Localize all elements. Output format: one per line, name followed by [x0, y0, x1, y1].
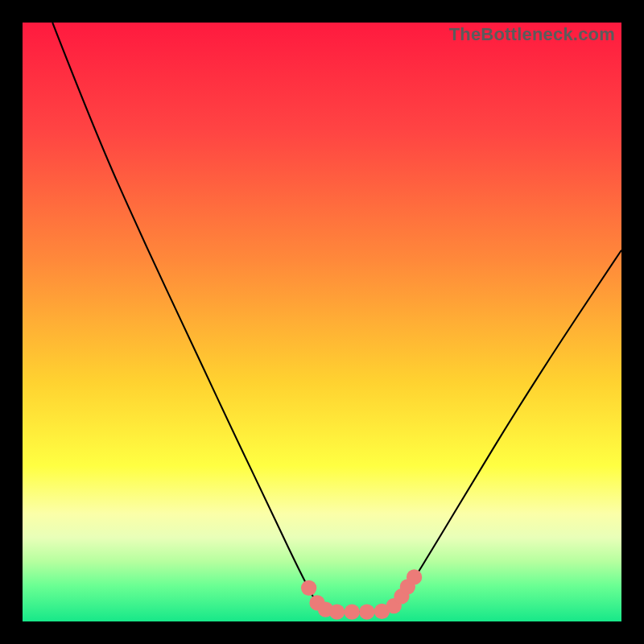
highlight-point	[329, 604, 345, 619]
highlight-point	[345, 604, 360, 619]
chart-frame: TheBottleneck.com	[0, 0, 644, 644]
bottleneck-chart	[23, 23, 621, 621]
highlight-point	[359, 604, 374, 619]
highlight-point	[407, 569, 422, 584]
watermark-text: TheBottleneck.com	[449, 24, 615, 45]
gradient-background	[23, 23, 621, 621]
plot-area: TheBottleneck.com	[23, 23, 621, 621]
highlight-point	[301, 580, 316, 596]
